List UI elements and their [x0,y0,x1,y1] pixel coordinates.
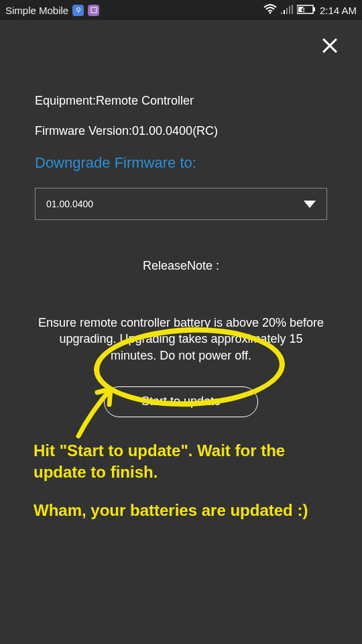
svg-rect-3 [281,12,282,14]
main-content: Equipment:Remote Controller Firmware Ver… [0,20,362,417]
annotation-text: Hit "Start to update". Wait for the upda… [34,440,328,521]
svg-rect-1 [91,7,97,13]
svg-rect-7 [292,5,293,14]
annotation-line-1: Hit "Start to update". Wait for the upda… [34,440,328,484]
chevron-down-icon [304,201,316,208]
warning-text: Ensure remote controller battery is abov… [35,315,327,364]
close-button[interactable] [318,34,342,58]
battery-icon [297,5,316,16]
start-update-button[interactable]: Start to update [104,386,258,417]
firmware-version-label: Firmware Version:01.00.0400(RC) [35,124,327,138]
equipment-label: Equipment:Remote Controller [35,94,327,108]
svg-rect-4 [284,10,285,14]
svg-rect-9 [313,7,315,11]
carrier-label: Simple Mobile [5,5,68,16]
section-title: Downgrade Firmware to: [35,154,327,172]
clock-label: 2:14 AM [320,5,357,16]
firmware-version-dropdown[interactable]: 01.00.0400 [35,188,327,220]
svg-point-2 [269,11,271,13]
svg-point-0 [76,8,80,11]
update-button-label: Start to update [141,394,221,409]
wifi-icon [263,4,277,17]
dropdown-selected-value: 01.00.0400 [46,199,93,209]
location-icon [72,5,84,16]
app-icon [88,5,99,16]
release-note-label: ReleaseNote : [35,259,327,273]
svg-rect-6 [289,6,290,14]
annotation-line-2: Wham, your batteries are updated :) [34,500,328,521]
svg-rect-5 [286,8,288,14]
status-bar: Simple Mobile 2:14 AM [0,0,362,20]
signal-icon [281,5,293,16]
